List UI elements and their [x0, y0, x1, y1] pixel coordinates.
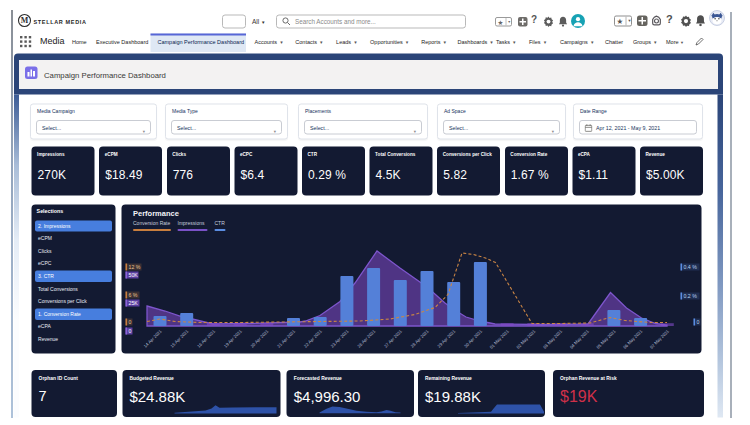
svg-text:0: 0: [697, 319, 700, 325]
svg-text:M: M: [21, 16, 29, 25]
svg-text:0.2 %: 0.2 %: [684, 293, 698, 299]
svg-text:14 Apr 2021: 14 Apr 2021: [143, 328, 163, 348]
svg-text:23 Apr 2021: 23 Apr 2021: [330, 328, 350, 348]
svg-text:04 May 2021: 04 May 2021: [569, 328, 591, 350]
svg-text:0.4 %: 0.4 %: [684, 264, 698, 270]
svg-text:01 May 2021: 01 May 2021: [489, 328, 511, 350]
svg-text:07 May 2021: 07 May 2021: [649, 328, 671, 350]
svg-text:50K: 50K: [129, 272, 139, 278]
svg-text:27 Apr 2021: 27 Apr 2021: [383, 328, 403, 348]
svg-text:28 Apr 2021: 28 Apr 2021: [410, 328, 430, 348]
svg-text:19 Apr 2021: 19 Apr 2021: [223, 328, 243, 348]
svg-text:15 Apr 2021: 15 Apr 2021: [169, 328, 189, 348]
svg-text:22 Apr 2021: 22 Apr 2021: [303, 328, 323, 348]
svg-text:20 Apr 2021: 20 Apr 2021: [250, 328, 270, 348]
svg-text:06 May 2021: 06 May 2021: [622, 328, 644, 350]
svg-text:0: 0: [129, 328, 132, 334]
svg-text:6 %: 6 %: [129, 292, 138, 298]
svg-text:02 May 2021: 02 May 2021: [515, 328, 537, 350]
svg-text:0: 0: [129, 319, 132, 325]
svg-text:16 Apr 2021: 16 Apr 2021: [196, 328, 216, 348]
svg-text:03 May 2021: 03 May 2021: [542, 328, 564, 350]
svg-text:30 Apr 2021: 30 Apr 2021: [463, 328, 483, 348]
svg-text:26 Apr 2021: 26 Apr 2021: [356, 328, 376, 348]
svg-text:21 Apr 2021: 21 Apr 2021: [276, 328, 296, 348]
svg-text:29 Apr 2021: 29 Apr 2021: [436, 328, 456, 348]
svg-text:12 %: 12 %: [129, 264, 141, 270]
svg-text:25K: 25K: [129, 300, 139, 306]
svg-text:05 May 2021: 05 May 2021: [596, 328, 618, 350]
